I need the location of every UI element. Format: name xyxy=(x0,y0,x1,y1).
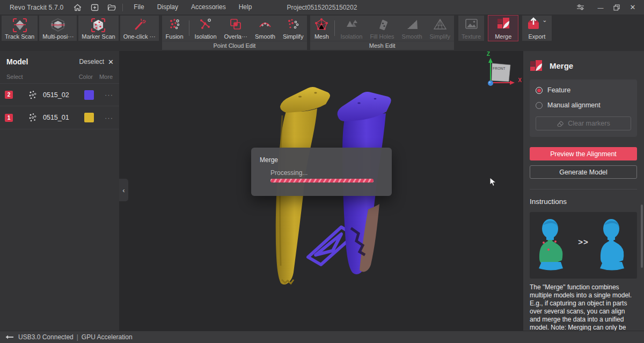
point-cloud-edit-group-label: Point Cloud Edit xyxy=(162,41,308,50)
merge-progress-dialog: Merge Processing... xyxy=(251,148,392,196)
status-separator: | xyxy=(77,333,78,341)
menu-accessories[interactable]: Accessories xyxy=(185,0,232,14)
merge-panel-title: Merge xyxy=(550,61,573,70)
export-chevron-icon[interactable]: ⌄ xyxy=(542,17,547,23)
marker-scan-icon xyxy=(90,17,106,33)
export-button[interactable]: ⌄ Export xyxy=(522,16,551,41)
texture-button: Texture xyxy=(458,16,484,41)
row-more-icon[interactable]: ··· xyxy=(103,114,115,122)
pc-smooth-button[interactable]: Smooth xyxy=(251,16,279,41)
track-scan-button[interactable]: Track Scan xyxy=(2,16,38,41)
model-panel: Model Deselect ✕ Select Color More 2 051… xyxy=(0,51,119,331)
model-color-swatch[interactable] xyxy=(84,113,94,122)
radio-feature[interactable]: Feature xyxy=(536,86,631,94)
new-project-icon[interactable] xyxy=(88,2,101,13)
app-window: Revo Trackit 5.7.0 File Display Accessor… xyxy=(0,0,644,343)
model-color-swatch[interactable] xyxy=(84,90,94,100)
menu-display[interactable]: Display xyxy=(151,0,185,14)
multi-position-scan-icon xyxy=(50,17,66,33)
minimize-icon[interactable]: — xyxy=(592,0,609,14)
titlebar-divider xyxy=(122,4,123,11)
instructions-illustration: >> xyxy=(530,212,637,279)
fusion-icon xyxy=(167,17,182,31)
column-more: More xyxy=(99,74,113,80)
app-title: Revo Trackit 5.7.0 xyxy=(10,4,63,11)
magic-wand-icon xyxy=(133,18,147,31)
pc-isolation-icon xyxy=(198,17,213,31)
model-name: 0515_02 xyxy=(43,91,69,99)
generate-model-button[interactable]: Generate Model xyxy=(530,165,637,179)
preview-alignment-button[interactable]: Preview the Alignment xyxy=(530,147,637,160)
model-row-0515_01[interactable]: 1 0515_01 ··· xyxy=(0,106,119,129)
radio-manual-alignment[interactable]: Manual alignment xyxy=(536,101,631,109)
radio-manual-icon[interactable] xyxy=(536,102,543,109)
merge-icon xyxy=(497,17,510,30)
column-select: Select xyxy=(6,74,23,80)
marker-scan-button[interactable]: Marker Scan xyxy=(78,16,118,41)
deselect-close-icon[interactable]: ✕ xyxy=(108,58,114,66)
scan-order-badge: 1 xyxy=(5,114,13,122)
pc-simplify-button[interactable]: Simplify xyxy=(279,16,308,41)
axis-gizmo[interactable]: Z X FRONT xyxy=(478,53,521,89)
pc-isolation-button[interactable]: Isolation xyxy=(191,16,221,41)
axis-gizmo-canvas xyxy=(478,53,521,89)
point-cloud-icon xyxy=(27,90,38,100)
panel-collapse-handle[interactable]: ‹ xyxy=(119,179,128,201)
mesh-button[interactable]: Mesh xyxy=(310,16,333,41)
panel-divider xyxy=(530,189,637,189)
usb-status: USB3.0 Connected xyxy=(18,333,74,341)
mesh-isolation-button: Isolation xyxy=(336,16,366,41)
pc-smooth-icon xyxy=(258,17,273,31)
usb-icon xyxy=(5,334,14,340)
export-icon xyxy=(526,17,540,30)
row-more-icon[interactable]: ··· xyxy=(103,91,115,99)
clear-markers-button: Clear markers xyxy=(536,116,631,130)
eraser-icon xyxy=(557,120,564,127)
menu-file[interactable]: File xyxy=(127,0,150,14)
open-project-icon[interactable] xyxy=(105,2,118,13)
column-color: Color xyxy=(79,74,93,80)
overlap-detection-button[interactable]: Overla··· xyxy=(221,16,251,41)
model-row-0515_02[interactable]: 2 0515_02 ··· xyxy=(0,83,119,106)
model-list-columns: Select Color More xyxy=(0,70,119,83)
settings-sliders-icon[interactable] xyxy=(572,0,588,14)
model-panel-title: Model xyxy=(6,57,28,66)
panel-scrollbar-thumb[interactable] xyxy=(641,205,643,268)
scan-order-badge: 2 xyxy=(5,91,13,99)
track-scan-icon xyxy=(12,17,28,33)
fill-holes-icon xyxy=(375,17,390,31)
mesh-simplify-icon xyxy=(433,17,448,31)
mesh-smooth-icon xyxy=(405,17,420,31)
group-divider xyxy=(334,20,335,36)
dialog-status-text: Processing... xyxy=(270,169,308,177)
mouse-cursor xyxy=(489,177,497,187)
merge-panel-icon xyxy=(530,60,543,72)
group-divider xyxy=(189,20,189,36)
collapse-chevron-icon: ‹ xyxy=(122,186,125,194)
titlebar: Revo Trackit 5.7.0 File Display Accessor… xyxy=(0,0,644,14)
pc-simplify-icon xyxy=(286,17,301,31)
point-cloud-icon xyxy=(27,112,38,123)
statusbar: USB3.0 Connected | GPU Acceleration xyxy=(0,331,644,343)
restore-icon[interactable] xyxy=(609,0,625,14)
progress-bar xyxy=(270,179,374,183)
one-click-edit-button[interactable]: One-click ··· xyxy=(120,16,159,41)
axis-x-label: X xyxy=(518,77,522,83)
radio-feature-icon[interactable] xyxy=(536,87,543,94)
mesh-icon xyxy=(314,17,329,31)
fusion-button[interactable]: Fusion xyxy=(162,16,187,41)
model-name: 0515_01 xyxy=(43,114,69,121)
overlap-icon xyxy=(228,17,243,31)
deselect-button[interactable]: Deselect ✕ xyxy=(79,58,114,66)
close-icon[interactable]: ✕ xyxy=(625,0,641,14)
gizmo-front-label: FRONT xyxy=(493,67,506,70)
point-cloud-edit-group: Fusion Isolation xyxy=(162,16,308,50)
merge-arrow-glyph: >> xyxy=(578,237,589,246)
home-icon[interactable] xyxy=(71,2,84,13)
menu-help[interactable]: Help xyxy=(232,0,259,14)
merge-button[interactable]: Merge xyxy=(488,16,518,41)
merge-panel: Merge Feature Manual alignment Clear mar… xyxy=(523,51,644,331)
axis-z-label: Z xyxy=(487,51,490,57)
multi-position-scan-button[interactable]: Multi-posi··· xyxy=(39,16,77,41)
window-controls: — ✕ xyxy=(572,0,644,14)
